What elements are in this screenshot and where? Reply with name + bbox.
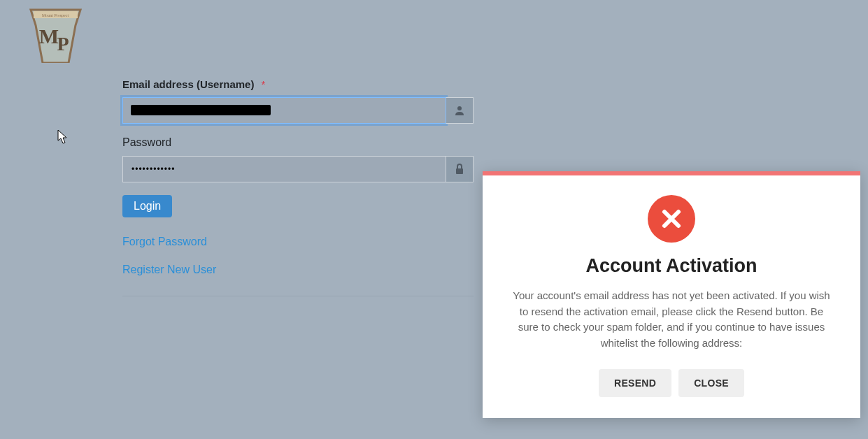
forgot-password-link[interactable]: Forgot Password <box>122 236 474 248</box>
email-input-group <box>122 97 474 124</box>
email-label-text: Email address (Username) <box>122 78 254 90</box>
modal-button-row: RESEND CLOSE <box>511 369 832 397</box>
register-user-link[interactable]: Register New User <box>122 264 474 276</box>
lock-icon-addon <box>446 156 474 182</box>
required-asterisk: * <box>262 78 266 90</box>
login-button[interactable]: Login <box>122 195 172 217</box>
activation-modal: Account Activation Your account's email … <box>483 171 860 418</box>
user-icon <box>454 105 465 116</box>
modal-message: Your account's email address has not yet… <box>511 288 832 351</box>
redacted-email <box>131 105 271 115</box>
close-button[interactable]: CLOSE <box>678 369 744 397</box>
password-input-group <box>122 156 474 182</box>
logo-svg: Mount Prospect M P <box>29 8 82 63</box>
close-x-icon <box>659 206 684 231</box>
password-field[interactable] <box>122 156 446 182</box>
user-icon-addon <box>446 97 474 124</box>
logo: Mount Prospect M P <box>29 8 82 63</box>
error-icon-circle <box>648 195 695 243</box>
logo-letter-m: M <box>39 24 59 48</box>
mouse-cursor-icon <box>57 129 69 145</box>
modal-title: Account Activation <box>511 255 832 277</box>
svg-point-1 <box>457 106 462 110</box>
svg-rect-2 <box>456 168 463 174</box>
form-divider <box>122 296 474 296</box>
login-form: Email address (Username) * Password Logi… <box>122 78 474 296</box>
email-label: Email address (Username) * <box>122 78 474 90</box>
password-label: Password <box>122 136 474 149</box>
resend-button[interactable]: RESEND <box>599 369 671 397</box>
logo-text-top: Mount Prospect <box>42 13 69 17</box>
lock-icon <box>455 164 464 175</box>
logo-letter-p: P <box>57 33 69 55</box>
